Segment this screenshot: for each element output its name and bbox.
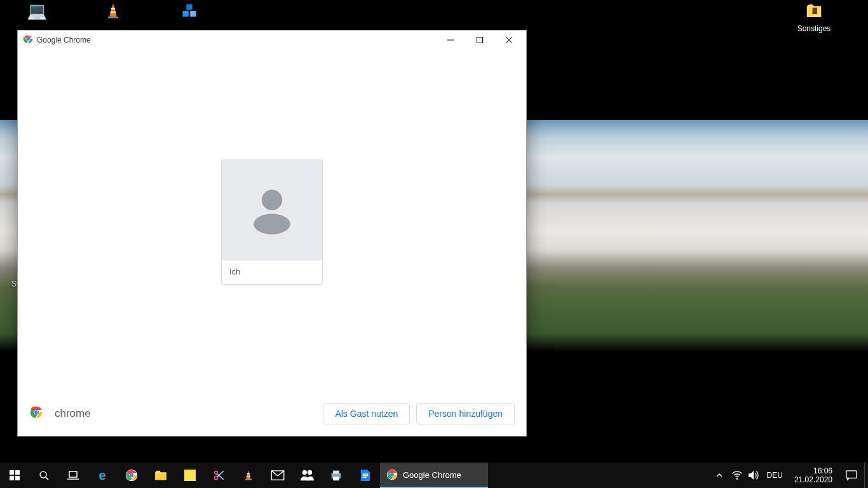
add-person-button[interactable]: Person hinzufügen	[416, 403, 515, 424]
taskbar-running-chrome[interactable]: Google Chrome	[380, 463, 488, 488]
cone-icon	[243, 469, 254, 482]
folder-icon	[154, 470, 167, 480]
profile-card[interactable]: Ich	[221, 159, 323, 285]
note-icon	[184, 470, 196, 481]
taskbar-people[interactable]	[292, 463, 322, 488]
guest-button[interactable]: Als Gast nutzen	[323, 403, 410, 424]
close-icon	[506, 37, 512, 43]
wifi-icon	[731, 471, 743, 480]
chrome-logo-icon	[29, 405, 43, 422]
start-button[interactable]	[0, 463, 29, 488]
svg-rect-7	[813, 8, 818, 14]
task-view-button[interactable]	[58, 463, 88, 488]
svg-rect-44	[363, 473, 369, 474]
user-icon	[243, 182, 301, 239]
taskbar-edge[interactable]: e	[88, 463, 117, 488]
svg-rect-2	[111, 8, 116, 9]
tray-language[interactable]: DEU	[762, 471, 788, 480]
svg-rect-22	[10, 476, 14, 480]
svg-line-25	[45, 477, 48, 479]
window-footer: chrome Als Gast nutzen Person hinzufügen	[18, 394, 526, 436]
window-content: Ich	[18, 50, 526, 394]
edge-icon: e	[98, 468, 105, 483]
svg-rect-23	[15, 476, 20, 480]
folder-icon	[803, 0, 825, 22]
desktop-icon-label: Sonstiges	[785, 24, 843, 33]
tray-volume[interactable]	[745, 463, 762, 488]
svg-rect-37	[247, 473, 250, 475]
profile-name: Ich	[222, 261, 322, 284]
svg-point-24	[40, 471, 46, 478]
printer-icon	[330, 470, 342, 481]
show-desktop-button[interactable]	[864, 463, 868, 488]
blocks-icon	[179, 0, 200, 22]
minimize-icon	[447, 37, 454, 43]
search-button[interactable]	[29, 463, 58, 488]
people-icon	[300, 469, 314, 482]
svg-point-29	[130, 473, 134, 478]
desktop-icon-app[interactable]	[165, 0, 214, 24]
desktop-icon-vlc[interactable]	[89, 0, 137, 24]
svg-point-19	[34, 410, 38, 414]
svg-rect-38	[247, 476, 250, 477]
computer-icon: 💻	[26, 0, 48, 22]
taskbar: e Google Chrome	[0, 463, 868, 488]
maximize-button[interactable]	[465, 30, 494, 50]
tray-clock[interactable]: 16:06 21.02.2020	[788, 466, 839, 485]
volume-icon	[748, 470, 759, 480]
tray-notifications[interactable]	[839, 463, 864, 488]
svg-rect-45	[363, 475, 369, 476]
svg-rect-20	[10, 470, 14, 475]
taskbar-mail[interactable]	[263, 463, 292, 488]
svg-rect-26	[69, 471, 77, 477]
tray-time: 16:06	[794, 466, 832, 475]
tray-date: 21.02.2020	[794, 475, 832, 484]
chevron-up-icon	[715, 471, 723, 479]
tray-wifi[interactable]	[729, 463, 745, 488]
svg-marker-35	[246, 471, 251, 480]
taskbar-fax[interactable]	[322, 463, 351, 488]
taskbar-sticky[interactable]	[175, 463, 205, 488]
svg-point-40	[308, 470, 312, 475]
minimize-button[interactable]	[436, 30, 465, 50]
document-icon	[360, 469, 370, 482]
svg-point-16	[254, 214, 290, 234]
windows-icon	[10, 470, 20, 480]
mail-icon	[271, 470, 285, 480]
notification-icon	[846, 470, 857, 480]
svg-rect-42	[333, 471, 339, 474]
svg-point-39	[302, 470, 307, 475]
svg-rect-4	[183, 11, 189, 17]
svg-rect-3	[111, 11, 116, 13]
svg-rect-12	[477, 37, 483, 43]
close-button[interactable]	[494, 30, 524, 50]
svg-rect-1	[108, 17, 118, 18]
tray-chevron[interactable]	[710, 463, 729, 488]
desktop-icon-sonstiges[interactable]: Sonstiges	[785, 0, 843, 33]
svg-rect-21	[15, 470, 20, 475]
taskbar-snip[interactable]	[205, 463, 234, 488]
chrome-icon	[23, 34, 33, 46]
svg-marker-0	[109, 3, 117, 17]
svg-point-48	[390, 473, 394, 477]
taskbar-chrome[interactable]	[117, 463, 146, 488]
svg-rect-5	[190, 11, 196, 17]
search-icon	[39, 470, 50, 481]
chrome-icon	[386, 469, 398, 480]
taskbar-explorer[interactable]	[146, 463, 175, 488]
titlebar[interactable]: Google Chrome	[18, 30, 526, 50]
avatar	[222, 160, 322, 261]
task-view-icon	[67, 471, 79, 480]
taskbar-vlc[interactable]	[234, 463, 263, 488]
svg-point-49	[736, 478, 738, 479]
desktop-icon-computer[interactable]: 💻	[13, 0, 61, 24]
taskbar-running-label: Google Chrome	[403, 470, 461, 480]
svg-rect-43	[333, 477, 339, 480]
chrome-icon	[125, 469, 138, 482]
scissors-icon	[213, 469, 226, 482]
svg-rect-46	[363, 477, 367, 478]
svg-rect-36	[245, 479, 252, 480]
window-title: Google Chrome	[37, 36, 91, 44]
svg-rect-50	[846, 471, 857, 478]
taskbar-libreoffice[interactable]	[351, 463, 380, 488]
